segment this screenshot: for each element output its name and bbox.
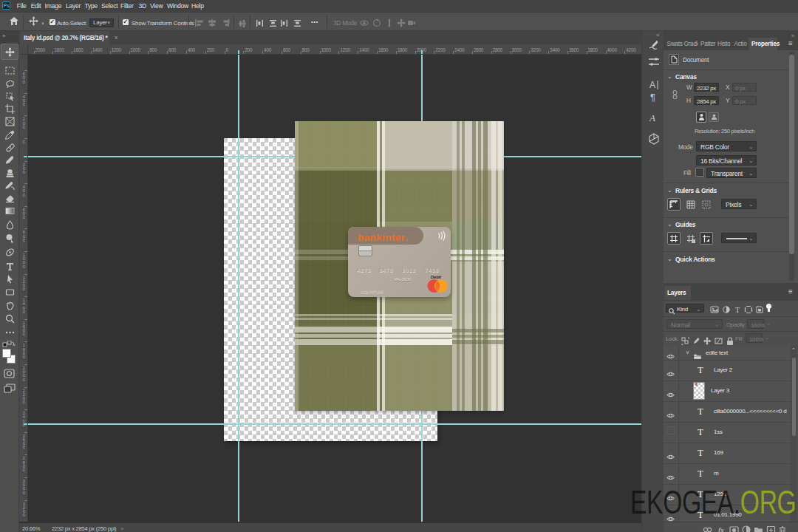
svg-text:T: T xyxy=(735,306,740,314)
svg-text:A: A xyxy=(649,80,655,90)
svg-text:fx: fx xyxy=(718,526,724,532)
svg-text:A: A xyxy=(649,112,655,123)
svg-text:¶: ¶ xyxy=(650,92,655,103)
